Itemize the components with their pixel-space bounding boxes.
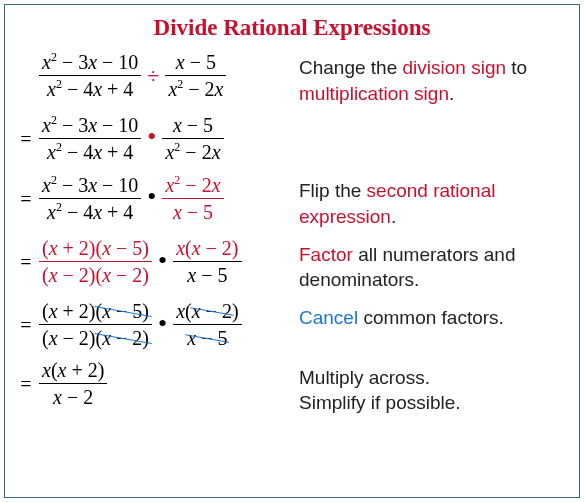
denominator: x2 − 4x + 4 [44,76,136,102]
math-expression: =x(x + 2)x − 2 [19,359,299,410]
fraction: x(x + 2)x − 2 [39,359,107,410]
step-row: x2 − 3x − 10x2 − 4x + 4÷x − 5x2 − 2xChan… [19,49,565,106]
fraction: x(x − 2)x − 5 [173,300,241,351]
steps-container: x2 − 3x − 10x2 − 4x + 4÷x − 5x2 − 2xChan… [19,49,565,416]
explanation: Change the division sign to multiplicati… [299,49,565,106]
page-title: Divide Rational Expressions [19,15,565,41]
fraction: x2 − 3x − 10x2 − 4x + 4 [39,114,141,165]
step-row: =x(x + 2)x − 2Multiply across.Simplify i… [19,359,565,416]
numerator: x2 − 3x − 10 [39,114,141,138]
numerator: (x + 2)(x − 5) [39,300,152,324]
explanation: Cancel common factors. [299,299,504,331]
step-row: =x2 − 3x − 10x2 − 4x + 4•x − 5x2 − 2x [19,112,565,166]
numerator: x(x − 2) [173,300,241,324]
equals-sign: = [19,128,33,151]
denominator: x − 5 [170,199,216,225]
explanation: Multiply across.Simplify if possible. [299,359,461,416]
math-expression: =x2 − 3x − 10x2 − 4x + 4•x − 5x2 − 2x [19,112,299,166]
fraction: x(x − 2)x − 5 [173,237,241,288]
equals-sign: = [19,314,33,337]
numerator: (x + 2)(x − 5) [39,237,152,261]
equals-sign: = [19,188,33,211]
fraction: x2 − 3x − 10x2 − 4x + 4 [39,51,141,102]
fraction: x2 − 2xx − 5 [162,174,223,225]
fraction: x − 5x2 − 2x [162,114,223,165]
denominator: x2 − 2x [165,76,226,102]
math-expression: x2 − 3x − 10x2 − 4x + 4÷x − 5x2 − 2x [19,49,299,103]
equals-sign: = [19,373,33,396]
numerator: x − 5 [173,51,219,75]
fraction: x − 5x2 − 2x [165,51,226,102]
step-row: =x2 − 3x − 10x2 − 4x + 4•x2 − 2xx − 5Fli… [19,172,565,229]
step-row: =(x + 2)(x − 5)(x − 2)(x − 2)•x(x − 2)x … [19,299,565,353]
denominator: x2 − 4x + 4 [44,199,136,225]
explanation: Factor all numerators and denominators. [299,236,565,293]
numerator: x2 − 3x − 10 [39,174,141,198]
equals-sign: = [19,251,33,274]
fraction: x2 − 3x − 10x2 − 4x + 4 [39,174,141,225]
fraction: (x + 2)(x − 5)(x − 2)(x − 2) [39,237,152,288]
numerator: x2 − 3x − 10 [39,51,141,75]
denominator: x − 2 [50,384,96,410]
denominator: x2 − 2x [162,139,223,165]
numerator: x − 5 [170,114,216,138]
fraction: (x + 2)(x − 5)(x − 2)(x − 2) [39,300,152,351]
math-expression: =(x + 2)(x − 5)(x − 2)(x − 2)•x(x − 2)x … [19,236,299,290]
explanation: Flip the second rational expression. [299,172,565,229]
denominator: x − 5 [184,262,230,288]
math-expression: =(x + 2)(x − 5)(x − 2)(x − 2)•x(x − 2)x … [19,299,299,353]
denominator: x2 − 4x + 4 [44,139,136,165]
numerator: x(x − 2) [173,237,241,261]
numerator: x(x + 2) [39,359,107,383]
document-frame: Divide Rational Expressions x2 − 3x − 10… [4,4,580,498]
numerator: x2 − 2x [162,174,223,198]
step-row: =(x + 2)(x − 5)(x − 2)(x − 2)•x(x − 2)x … [19,236,565,293]
denominator: x − 5 [184,325,230,351]
denominator: (x − 2)(x − 2) [39,325,152,351]
divide-sign: ÷ [141,63,165,89]
math-expression: =x2 − 3x − 10x2 − 4x + 4•x2 − 2xx − 5 [19,172,299,226]
denominator: (x − 2)(x − 2) [39,262,152,288]
